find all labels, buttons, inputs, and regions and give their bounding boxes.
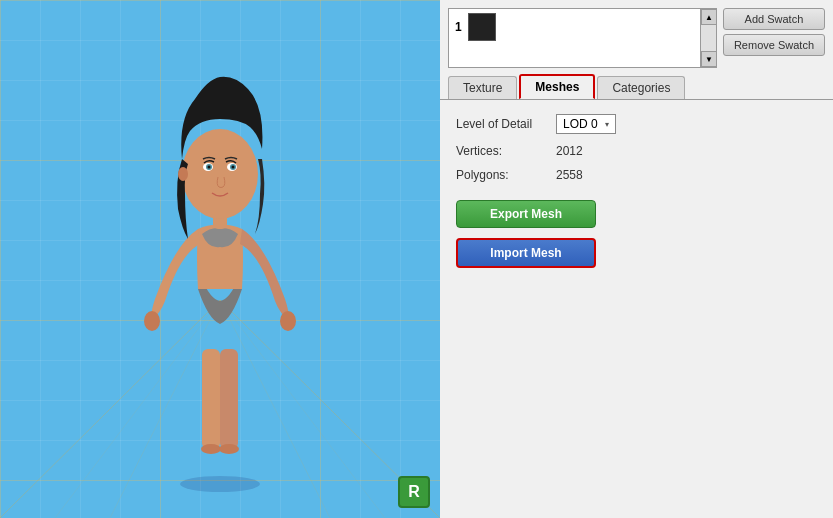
vertices-label: Vertices:	[456, 144, 556, 158]
remove-swatch-button[interactable]: Remove Swatch	[723, 34, 825, 56]
tab-meshes[interactable]: Meshes	[519, 74, 595, 99]
right-panel: 1 ▲ ▼ Add Swatch Remove Swatch Texture M…	[440, 0, 833, 518]
import-mesh-button[interactable]: Import Mesh	[456, 238, 596, 268]
polygons-value: 2558	[556, 168, 583, 182]
svg-rect-10	[220, 349, 238, 449]
mesh-buttons: Export Mesh Import Mesh	[456, 200, 817, 268]
tab-content-meshes: Level of Detail LOD 0 ▾ Vertices: 2012 P…	[440, 100, 833, 518]
svg-point-12	[219, 444, 239, 454]
lod-dropdown[interactable]: LOD 0 ▾	[556, 114, 616, 134]
svg-point-22	[208, 166, 211, 169]
add-swatch-button[interactable]: Add Swatch	[723, 8, 825, 30]
scroll-down-arrow[interactable]: ▼	[701, 51, 717, 67]
lod-label: Level of Detail	[456, 117, 556, 131]
scroll-up-arrow[interactable]: ▲	[701, 9, 717, 25]
vertices-value: 2012	[556, 144, 583, 158]
swatch-color-box	[468, 13, 496, 41]
swatch-item[interactable]: 1	[449, 9, 716, 45]
svg-point-11	[201, 444, 221, 454]
tab-texture[interactable]: Texture	[448, 76, 517, 99]
polygons-label: Polygons:	[456, 168, 556, 182]
swatch-buttons: Add Swatch Remove Swatch	[723, 8, 825, 68]
vertices-row: Vertices: 2012	[456, 144, 817, 158]
swatch-scrollbar[interactable]: ▲ ▼	[700, 9, 716, 67]
tabs-bar: Texture Meshes Categories	[440, 74, 833, 100]
swatch-number: 1	[455, 20, 462, 34]
svg-point-23	[232, 166, 235, 169]
svg-point-14	[280, 311, 296, 331]
svg-point-16	[182, 129, 258, 219]
swatch-list[interactable]: 1 ▲ ▼	[448, 8, 717, 68]
lod-dropdown-arrow: ▾	[605, 120, 609, 129]
tab-categories[interactable]: Categories	[597, 76, 685, 99]
svg-point-8	[180, 476, 260, 492]
character-svg	[80, 19, 360, 499]
swatch-area: 1 ▲ ▼ Add Swatch Remove Swatch	[440, 0, 833, 74]
svg-point-17	[178, 167, 188, 181]
svg-rect-9	[202, 349, 220, 449]
lod-row: Level of Detail LOD 0 ▾	[456, 114, 817, 134]
svg-point-13	[144, 311, 160, 331]
polygons-row: Polygons: 2558	[456, 168, 817, 182]
3d-viewport: R	[0, 0, 440, 518]
character-display	[0, 0, 440, 518]
lod-select[interactable]: LOD 0 ▾	[556, 114, 616, 134]
export-mesh-button[interactable]: Export Mesh	[456, 200, 596, 228]
r-badge: R	[398, 476, 430, 508]
